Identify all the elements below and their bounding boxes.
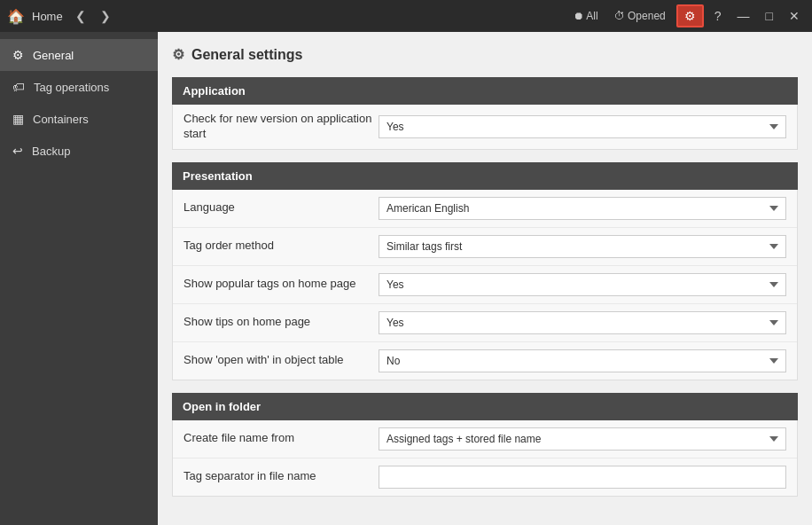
home-logo-icon: 🏠 [7, 8, 25, 25]
setting-label-language: Language [183, 200, 379, 215]
select-popular-tags[interactable]: Yes No [379, 273, 786, 296]
select-create-filename[interactable]: Assigned tags + stored file name Stored … [379, 427, 786, 451]
sidebar: ⚙ General 🏷 Tag operations ▦ Containers … [0, 32, 158, 525]
select-tag-order[interactable]: Similar tags first Alphabetical By date [379, 235, 786, 258]
settings-button[interactable]: ⚙ [676, 4, 704, 27]
sidebar-item-tag-operations[interactable]: 🏷 Tag operations [0, 71, 158, 103]
general-icon: ⚙ [12, 48, 24, 62]
setting-label-tips: Show tips on home page [183, 315, 379, 330]
titlebar-nav: ❮ ❯ [70, 7, 116, 25]
select-new-version[interactable]: Yes No [379, 115, 786, 138]
setting-control-tag-separator [379, 466, 786, 489]
setting-row-language: Language American English British Englis… [173, 190, 797, 228]
setting-row-tag-separator: Tag separator in file name [173, 458, 797, 496]
setting-control-open-with: No Yes [379, 349, 786, 372]
sidebar-item-tag-label: Tag operations [34, 81, 109, 94]
setting-control-tips: Yes No [379, 311, 786, 334]
section-open-in-folder-body: Create file name from Assigned tags + st… [172, 420, 798, 497]
setting-row-open-with: Show 'open with' in object table No Yes [173, 342, 797, 380]
section-presentation-header: Presentation [172, 162, 798, 190]
setting-label-tag-order: Tag order method [183, 239, 379, 254]
section-application: Application Check for new version on app… [172, 77, 798, 150]
setting-row-create-filename: Create file name from Assigned tags + st… [173, 420, 797, 458]
setting-label-open-with: Show 'open with' in object table [183, 353, 379, 368]
setting-row-tips: Show tips on home page Yes No [173, 304, 797, 342]
tag-icon: 🏷 [12, 80, 25, 94]
setting-label-create-filename: Create file name from [183, 431, 379, 446]
setting-row-new-version: Check for new version on application sta… [173, 105, 797, 149]
sidebar-item-containers[interactable]: ▦ Containers [0, 103, 158, 135]
setting-control-new-version: Yes No [379, 115, 786, 138]
section-application-header: Application [172, 77, 798, 105]
section-presentation-body: Language American English British Englis… [172, 190, 798, 380]
setting-control-language: American English British English French … [379, 197, 786, 220]
tab-all-label: ⏺ All [574, 10, 598, 22]
page-header: ⚙ General settings [172, 46, 798, 63]
section-open-in-folder-header: Open in folder [172, 393, 798, 420]
titlebar: 🏠 Home ❮ ❯ ⏺ All ⏱ Opened ⚙ ? — □ ✕ [0, 0, 812, 32]
setting-control-popular-tags: Yes No [379, 273, 786, 296]
setting-control-tag-order: Similar tags first Alphabetical By date [379, 235, 786, 258]
backup-icon: ↩ [12, 144, 23, 158]
nav-back-button[interactable]: ❮ [70, 7, 91, 25]
tab-opened-label: ⏱ Opened [614, 10, 666, 22]
titlebar-left: 🏠 Home ❮ ❯ [7, 7, 116, 25]
select-language[interactable]: American English British English French … [379, 197, 786, 220]
content-area: ⚙ General settings Application Check for… [158, 32, 812, 525]
setting-label-popular-tags: Show popular tags on home page [183, 277, 379, 292]
sidebar-item-backup-label: Backup [32, 145, 70, 158]
select-tips[interactable]: Yes No [379, 311, 786, 334]
select-open-with[interactable]: No Yes [379, 349, 786, 372]
tab-opened[interactable]: ⏱ Opened [609, 8, 671, 24]
setting-label-new-version: Check for new version on application sta… [183, 112, 379, 142]
setting-label-tag-separator: Tag separator in file name [183, 469, 379, 484]
tab-all[interactable]: ⏺ All [568, 8, 604, 24]
setting-row-tag-order: Tag order method Similar tags first Alph… [173, 228, 797, 266]
sidebar-item-backup[interactable]: ↩ Backup [0, 135, 158, 167]
section-application-body: Check for new version on application sta… [172, 105, 798, 150]
titlebar-title: Home [32, 10, 63, 23]
page-title: General settings [191, 47, 302, 63]
close-button[interactable]: ✕ [784, 7, 805, 25]
containers-icon: ▦ [12, 112, 24, 126]
nav-forward-button[interactable]: ❯ [95, 7, 116, 25]
input-tag-separator[interactable] [379, 466, 786, 489]
restore-button[interactable]: □ [761, 7, 778, 25]
section-presentation: Presentation Language American English B… [172, 162, 798, 380]
titlebar-right: ⏺ All ⏱ Opened ⚙ ? — □ ✕ [568, 4, 805, 27]
setting-row-popular-tags: Show popular tags on home page Yes No [173, 266, 797, 304]
sidebar-item-general[interactable]: ⚙ General [0, 39, 158, 71]
sidebar-item-containers-label: Containers [33, 113, 89, 126]
help-button[interactable]: ? [709, 7, 727, 25]
page-gear-icon: ⚙ [172, 46, 184, 63]
minimize-button[interactable]: — [732, 7, 755, 25]
sidebar-item-general-label: General [33, 49, 74, 62]
main-layout: ⚙ General 🏷 Tag operations ▦ Containers … [0, 32, 812, 525]
setting-control-create-filename: Assigned tags + stored file name Stored … [379, 427, 786, 451]
section-open-in-folder: Open in folder Create file name from Ass… [172, 393, 798, 497]
